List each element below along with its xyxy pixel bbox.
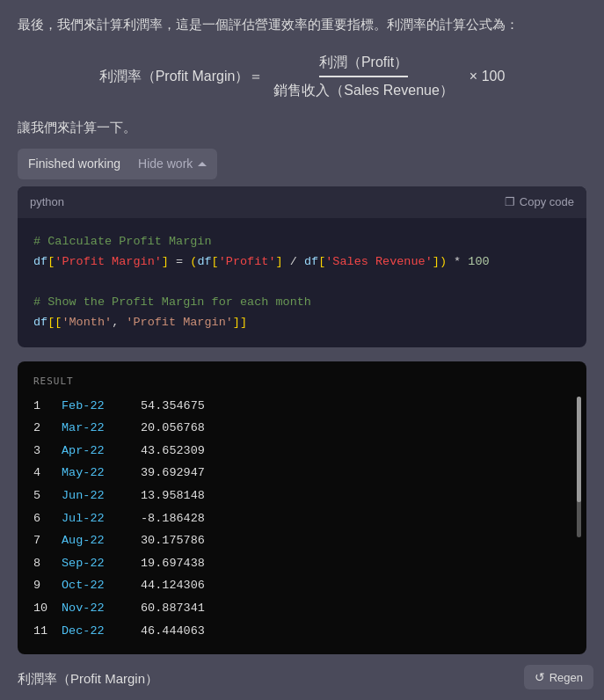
intro-text: 最後，我們來計算利潤率，這是一個評估營運效率的重要指標。利潤率的計算公式為：: [18, 14, 586, 35]
code-language-label: python: [30, 193, 64, 212]
table-row: 4May-2239.692947: [33, 462, 571, 485]
row-value: 30.175786: [141, 529, 571, 552]
code-df3: df: [304, 255, 318, 268]
table-row: 5Jun-2213.958148: [33, 485, 571, 507]
formula-lhs: 利潤率（Profit Margin）＝: [99, 65, 264, 88]
section-title: 利潤率（Profit Margin）: [18, 668, 586, 689]
row-value: 20.056768: [141, 417, 571, 440]
row-month: May-22: [62, 462, 141, 485]
scrollbar-thumb[interactable]: [577, 397, 581, 502]
row-value: -8.186428: [141, 507, 571, 530]
regen-icon: ↺: [535, 670, 545, 684]
regen-label: Regen: [549, 671, 583, 684]
row-month: Jul-22: [62, 507, 141, 530]
code-bracket2: ]: [162, 255, 169, 268]
row-month: Aug-22: [62, 529, 141, 552]
formula-multiplier: × 100: [469, 65, 505, 88]
finished-working-bar: Finished working Hide work: [18, 149, 217, 179]
formula-fraction: 利潤（Profit） 銷售收入（Sales Revenue）: [273, 51, 454, 101]
row-month: Oct-22: [62, 574, 141, 597]
row-index: 9: [33, 574, 62, 597]
row-index: 10: [33, 597, 62, 620]
row-month: Feb-22: [62, 395, 141, 418]
code-body: # Calculate Profit Margin df['Profit Mar…: [18, 218, 586, 347]
code-bracket9: [[: [47, 316, 62, 329]
result-tbody: 1Feb-2254.3546752Mar-2220.0567683Apr-224…: [33, 395, 571, 643]
table-row: 2Mar-2220.056768: [33, 417, 571, 440]
table-row: 6Jul-22-8.186428: [33, 507, 571, 530]
code-times: *: [447, 255, 468, 268]
code-100: 100: [468, 255, 489, 268]
chevron-up-icon: [198, 162, 207, 166]
row-month: Dec-22: [62, 620, 141, 643]
row-month: Jun-22: [62, 485, 141, 507]
row-index: 4: [33, 462, 62, 485]
row-value: 13.958148: [141, 485, 571, 507]
code-block-wrapper: python ❐ Copy code # Calculate Profit Ma…: [18, 186, 586, 347]
comment-line-2: # Show the Profit Margin for each month: [33, 295, 311, 309]
table-row: 9Oct-2244.124306: [33, 574, 571, 597]
code-df: df: [33, 255, 47, 268]
row-month: Nov-22: [62, 597, 141, 620]
code-bracket4: [: [212, 255, 219, 268]
formula-block: 利潤率（Profit Margin）＝ 利潤（Profit） 銷售收入（Sale…: [18, 51, 586, 101]
row-value: 19.697438: [141, 552, 571, 575]
code-comma: ,: [112, 316, 126, 329]
row-value: 46.444063: [141, 620, 571, 643]
sub-text: 讓我們來計算一下。: [18, 117, 586, 138]
scrollbar-track[interactable]: [577, 397, 581, 537]
table-row: 11Dec-2246.444063: [33, 620, 571, 643]
formula-numerator: 利潤（Profit）: [319, 51, 408, 77]
row-index: 1: [33, 395, 62, 418]
code-header: python ❐ Copy code: [18, 186, 586, 219]
comment-line-1: # Calculate Profit Margin: [33, 235, 212, 248]
page-wrapper: 最後，我們來計算利潤率，這是一個評估營運效率的重要指標。利潤率的計算公式為： 利…: [0, 0, 604, 700]
finished-label: Finished working: [28, 154, 120, 173]
copy-code-label: Copy code: [520, 195, 574, 208]
table-row: 3Apr-2243.652309: [33, 440, 571, 463]
copy-code-button[interactable]: ❐ Copy code: [505, 195, 574, 208]
row-value: 54.354675: [141, 395, 571, 418]
hide-work-label: Hide work: [138, 157, 193, 171]
regen-button[interactable]: ↺ Regen: [524, 665, 593, 689]
formula-denominator: 銷售收入（Sales Revenue）: [273, 77, 454, 102]
row-index: 6: [33, 507, 62, 530]
code-bracket8: ): [440, 255, 447, 268]
table-row: 7Aug-2230.175786: [33, 529, 571, 552]
table-row: 10Nov-2260.887341: [33, 597, 571, 620]
copy-icon: ❐: [505, 195, 515, 208]
code-pm-str: 'Profit Margin': [126, 316, 233, 329]
row-index: 5: [33, 485, 62, 507]
code-bracket10: ]]: [233, 316, 247, 329]
table-row: 1Feb-2254.354675: [33, 395, 571, 418]
row-index: 2: [33, 417, 62, 440]
hide-work-button[interactable]: Hide work: [138, 157, 207, 171]
result-label: RESULT: [33, 374, 571, 390]
row-index: 11: [33, 620, 62, 643]
result-table: 1Feb-2254.3546752Mar-2220.0567683Apr-224…: [33, 395, 571, 643]
row-month: Mar-22: [62, 417, 141, 440]
code-div: /: [283, 255, 304, 268]
row-index: 3: [33, 440, 62, 463]
code-month-str: 'Month': [62, 316, 112, 329]
row-index: 8: [33, 552, 62, 575]
row-index: 7: [33, 529, 62, 552]
code-salesrev-key: 'Sales Revenue': [325, 255, 433, 268]
code-profit-key: 'Profit': [219, 255, 276, 268]
result-block: RESULT 1Feb-2254.3546752Mar-2220.0567683…: [18, 361, 586, 654]
code-bracket5: ]: [276, 255, 283, 268]
row-value: 39.692947: [141, 462, 571, 485]
code-eq: =: [169, 255, 190, 268]
row-value: 60.887341: [141, 597, 571, 620]
row-value: 44.124306: [141, 574, 571, 597]
formula-label: 利潤率（Profit Margin）＝ 利潤（Profit） 銷售收入（Sale…: [99, 51, 506, 101]
code-profit-margin-key: 'Profit Margin': [55, 255, 162, 268]
row-month: Apr-22: [62, 440, 141, 463]
code-df4: df: [33, 316, 47, 329]
code-df2: df: [197, 255, 211, 268]
table-row: 8Sep-2219.697438: [33, 552, 571, 575]
row-value: 43.652309: [141, 440, 571, 463]
bottom-text: • 利潤率有明顯的波動，最低點為 -8.19%，意味著有一個月出現了負利潤。: [18, 696, 586, 700]
row-month: Sep-22: [62, 552, 141, 575]
code-bracket7: ]: [433, 255, 440, 268]
